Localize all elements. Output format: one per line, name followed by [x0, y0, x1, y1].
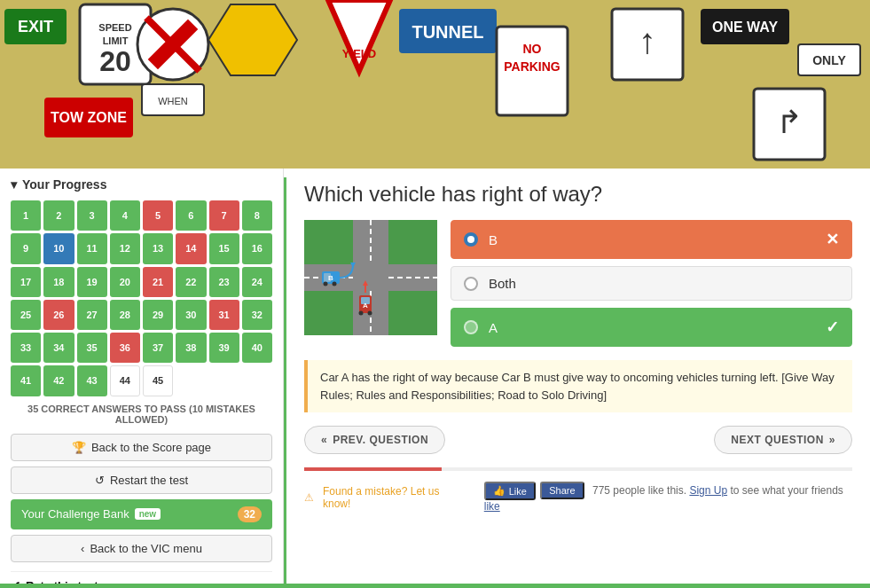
svg-text:B: B: [328, 274, 333, 282]
grid-cell-12[interactable]: 12: [110, 233, 140, 263]
prev-label: PREV. QUESTION: [333, 434, 428, 446]
grid-cell-35[interactable]: 35: [77, 333, 107, 363]
question-text: Which vehicle has right of way?: [304, 182, 852, 207]
challenge-count-badge: 32: [238, 506, 262, 522]
answer-both-label: Both: [489, 276, 516, 291]
grid-cell-16[interactable]: 16: [242, 233, 272, 263]
grid-cell-1[interactable]: 1: [11, 200, 41, 231]
trophy-icon: 🏆: [72, 441, 86, 454]
svg-text:WHEN: WHEN: [158, 96, 188, 106]
facebook-like-button[interactable]: 👍 Like: [484, 482, 536, 500]
grid-cell-34[interactable]: 34: [43, 333, 74, 363]
challenge-bank-label: Your Challenge Bank: [21, 507, 129, 521]
grid-cell-27[interactable]: 27: [77, 300, 107, 330]
grid-cell-38[interactable]: 38: [176, 333, 206, 363]
grid-cell-43[interactable]: 43: [77, 365, 107, 396]
grid-cell-22[interactable]: 22: [176, 267, 206, 297]
progress-header: ▾ Your Progress: [11, 177, 272, 192]
grid-cell-29[interactable]: 29: [143, 300, 173, 330]
grid-cell-21[interactable]: 21: [143, 267, 173, 297]
grid-cell-33[interactable]: 33: [11, 333, 41, 363]
mistake-link[interactable]: Found a mistake? Let us know!: [323, 485, 466, 510]
grid-cell-23[interactable]: 23: [209, 267, 239, 297]
grid-cell-5[interactable]: 5: [143, 200, 173, 231]
grid-cell-15[interactable]: 15: [209, 233, 239, 263]
grid-cell-4[interactable]: 4: [110, 200, 140, 231]
content-area: Which vehicle has right of way?: [286, 169, 870, 588]
progress-title: Your Progress: [22, 177, 106, 192]
fb-thumbs-icon: 👍: [493, 485, 506, 497]
grid-cell-39[interactable]: 39: [209, 333, 239, 363]
grid-cell-25[interactable]: 25: [11, 300, 41, 330]
grid-cell-11[interactable]: 11: [77, 233, 107, 263]
warning-icon: ⚠: [304, 491, 314, 504]
fb-section: 👍 Like Share 775 people like this. Sign …: [484, 482, 852, 513]
grid-cell-42[interactable]: 42: [43, 365, 74, 396]
svg-point-46: [324, 282, 328, 286]
svg-point-47: [333, 282, 337, 286]
svg-text:20: 20: [99, 45, 131, 77]
restart-test-button[interactable]: ↺ Restart the test: [11, 466, 272, 494]
grid-cell-28[interactable]: 28: [110, 300, 140, 330]
back-to-vic-button[interactable]: ‹ Back to the VIC menu: [11, 535, 272, 562]
grid-cell-40[interactable]: 40: [242, 333, 272, 363]
restart-icon: ↺: [95, 474, 105, 487]
svg-text:PARKING: PARKING: [504, 59, 560, 74]
fb-like-link[interactable]: like: [484, 500, 500, 513]
progress-bar-red: [304, 467, 442, 471]
grid-cell-10[interactable]: 10: [43, 233, 74, 263]
grid-cell-9[interactable]: 9: [11, 233, 41, 263]
grid-cell-32[interactable]: 32: [242, 300, 272, 330]
intersection-svg: A B: [304, 220, 437, 335]
grid-cell-20[interactable]: 20: [110, 267, 140, 297]
next-question-button[interactable]: NEXT QUESTION »: [714, 426, 852, 454]
radio-a: [464, 320, 478, 334]
answer-option-b[interactable]: B ✕: [451, 220, 852, 259]
back-to-score-button[interactable]: 🏆 Back to the Score page: [11, 434, 272, 461]
footer-area: ⚠ Found a mistake? Let us know! 👍 Like S…: [304, 482, 852, 513]
grid-cell-41[interactable]: 41: [11, 365, 41, 396]
fb-count: 775: [592, 484, 610, 497]
grid-cell-8[interactable]: 8: [242, 200, 272, 231]
grid-cell-31[interactable]: 31: [209, 300, 239, 330]
answer-option-both[interactable]: Both: [451, 266, 852, 301]
grid-cell-3[interactable]: 3: [77, 200, 107, 231]
grid-cell-18[interactable]: 18: [43, 267, 74, 297]
pass-requirement-text: 35 CORRECT ANSWERS TO PASS (10 MISTAKES …: [11, 404, 272, 425]
grid-cell-6[interactable]: 6: [176, 200, 206, 231]
fb-people-text: people like this.: [613, 484, 689, 497]
grid-cell-37[interactable]: 37: [143, 333, 173, 363]
challenge-bank-button[interactable]: Your Challenge Bank new 32: [11, 499, 272, 529]
grid-cell-36[interactable]: 36: [110, 333, 140, 363]
bottom-bar: [0, 584, 870, 588]
chevron-down-icon: ▾: [11, 177, 17, 192]
svg-text:↱: ↱: [776, 104, 803, 140]
grid-cell-44[interactable]: 44: [110, 365, 140, 396]
fb-signup-link[interactable]: Sign Up: [689, 484, 727, 497]
grid-cell-7[interactable]: 7: [209, 200, 239, 231]
svg-point-39: [359, 311, 364, 316]
answer-a-label: A: [489, 320, 498, 335]
grid-cell-14[interactable]: 14: [176, 233, 206, 263]
prev-question-button[interactable]: « PREV. QUESTION: [304, 426, 445, 454]
svg-text:A: A: [363, 302, 368, 310]
hero-svg: EXIT SPEED LIMIT 20 YIELD TUNNEL NO PARK…: [0, 0, 870, 169]
svg-text:ONE WAY: ONE WAY: [712, 20, 778, 35]
grid-cell-2[interactable]: 2: [43, 200, 74, 231]
answer-option-a[interactable]: A ✓: [451, 308, 852, 347]
facebook-share-button[interactable]: Share: [540, 482, 584, 499]
radio-inner-b: [467, 236, 474, 243]
number-grid: 1234567891011121314151617181920212223242…: [11, 200, 272, 396]
challenge-bank-left: Your Challenge Bank new: [21, 507, 161, 521]
grid-cell-45[interactable]: 45: [143, 365, 173, 396]
grid-cell-17[interactable]: 17: [11, 267, 41, 297]
answer-options: B ✕ Both A ✓: [451, 220, 852, 347]
grid-cell-30[interactable]: 30: [176, 300, 206, 330]
grid-cell-26[interactable]: 26: [43, 300, 74, 330]
fb-count-text: 775 people like this. Sign Up to see wha…: [484, 484, 843, 513]
grid-cell-24[interactable]: 24: [242, 267, 272, 297]
fb-share-label: Share: [549, 485, 575, 496]
grid-cell-19[interactable]: 19: [77, 267, 107, 297]
grid-cell-13[interactable]: 13: [143, 233, 173, 263]
new-badge: new: [135, 508, 161, 520]
